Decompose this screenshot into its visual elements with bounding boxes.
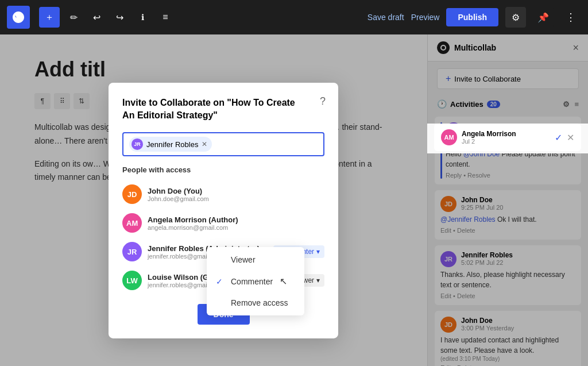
person-avatar: LW [122,271,142,290]
ellipsis-icon: ⋮ [566,11,576,24]
info-icon: ℹ [141,13,144,22]
redo-icon: ↪ [116,12,123,23]
right-person-actions: ✓ ✕ [555,132,574,143]
person-email: angela.morrison@gmail.com [148,224,324,231]
preview-button[interactable]: Preview [411,13,440,22]
people-access-title: People with access [122,165,324,174]
approve-check-icon[interactable]: ✓ [555,132,562,143]
invitee-chip-close[interactable]: ✕ [202,140,207,148]
person-row: AM Angela Morrison (Author) angela.morri… [122,209,324,237]
edit-btn[interactable]: ✏ [64,8,83,26]
person-name: Angela Morrison (Author) [148,215,324,224]
role-dropdown: Viewer ✓ Commenter ↖ Remove access [207,247,304,315]
right-person-time: Jul 2 [462,138,516,145]
undo-btn[interactable]: ↩ [87,8,106,26]
redo-btn[interactable]: ↪ [110,8,129,26]
list-view-btn[interactable]: ≡ [156,8,175,26]
dropdown-item-label: Remove access [231,298,288,307]
right-person-info: Angela Morrison Jul 2 [462,130,516,145]
main-area: Add titl ¶ ⠿ ⇅ Multicollab was designed … [0,34,588,366]
main-toolbar: ＋ ✏ ↩ ↪ ℹ ≡ Save draft Preview Publish ⚙… [0,0,588,34]
toolbar-right: Save draft Preview Publish ⚙ 📌 ⋮ [368,7,581,28]
dropdown-item-viewer[interactable]: Viewer [207,249,304,270]
more-options-button[interactable]: ⋮ [560,7,581,28]
person-name: John Doe (You) [148,187,324,195]
list-icon: ≡ [163,12,168,22]
add-block-btn[interactable]: ＋ [39,7,60,28]
person-avatar: JD [122,184,142,204]
person-info: Angela Morrison (Author) angela.morrison… [148,215,324,231]
dropdown-item-label: Commenter [231,277,273,286]
gear-icon: ⚙ [512,12,520,23]
help-icon[interactable]: ? [320,95,326,107]
person-avatar: AM [122,213,142,233]
publish-button[interactable]: Publish [446,8,498,26]
save-draft-button[interactable]: Save draft [368,13,404,22]
chevron-icon: ▾ [316,276,320,284]
invitee-chip-avatar: JR [131,138,143,150]
invitee-chip-name: Jennifer Robles [146,140,198,149]
dropdown-item-remove-access[interactable]: Remove access [207,292,304,313]
pencil-icon: ✏ [70,12,78,23]
person-info: John Doe (You) John.doe@gmail.com [148,187,324,202]
info-btn[interactable]: ℹ [133,8,152,26]
plus-icon: ＋ [45,13,54,22]
dropdown-item-commenter[interactable]: ✓ Commenter ↖ [207,270,304,292]
undo-icon: ↩ [93,12,100,23]
person-row: JD John Doe (You) John.doe@gmail.com [122,180,324,209]
dropdown-check-icon: ✓ [216,277,225,286]
invite-input-area[interactable]: JR Jennifer Robles ✕ [122,132,324,156]
right-person-name: Angela Morrison [462,130,516,138]
invitee-chip: JR Jennifer Robles ✕ [129,137,212,152]
right-person-avatar: AM [441,129,457,145]
right-panel-person-row: AM Angela Morrison Jul 2 ✓ ✕ [434,124,581,151]
multicollab-pin-button[interactable]: 📌 [533,7,554,28]
pin-icon: 📌 [537,12,549,23]
right-panel-overlay: AM Angela Morrison Jul 2 ✓ ✕ [427,124,588,153]
wordpress-icon [11,10,25,24]
person-email: John.doe@gmail.com [148,195,324,202]
chevron-icon: ▾ [316,248,320,256]
wp-logo[interactable] [7,6,30,29]
dismiss-icon[interactable]: ✕ [567,132,574,143]
dialog-title: Invite to Collaborate on "How To Create … [122,96,324,122]
cursor-icon: ↖ [280,276,287,287]
person-avatar: JR [122,242,142,261]
dropdown-item-label: Viewer [231,255,256,264]
settings-button[interactable]: ⚙ [505,7,526,28]
